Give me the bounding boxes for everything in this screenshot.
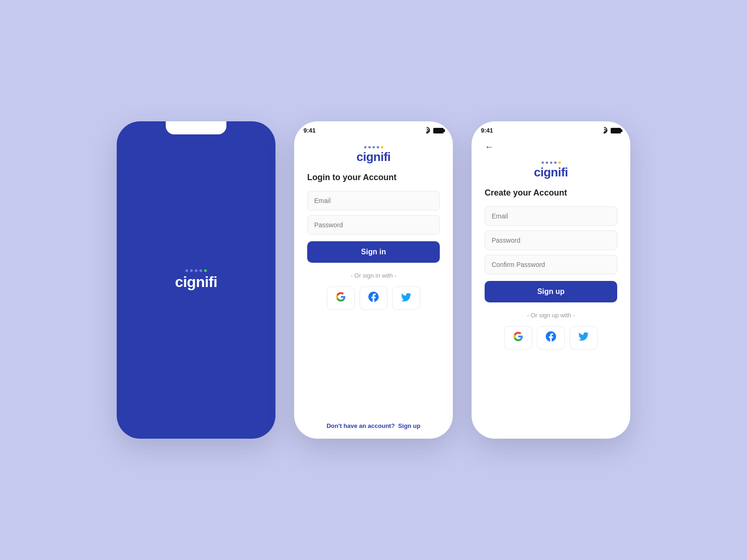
- splash-phone: cignifi: [117, 121, 275, 439]
- sign-up-button[interactable]: Sign up: [485, 281, 617, 302]
- login-logo: cignifi: [356, 146, 390, 164]
- login-status-bar: 9:41: [294, 121, 453, 137]
- twitter-login-button[interactable]: [392, 287, 420, 310]
- splash-content: cignifi: [117, 121, 275, 439]
- dot4: [199, 269, 202, 272]
- register-email-input[interactable]: [485, 206, 617, 226]
- login-logo-dots: [364, 146, 383, 148]
- login-title: Login to your Account: [307, 173, 440, 182]
- register-screen-content: ← cignifi Create your Account Sign up - …: [472, 137, 630, 439]
- splash-logo: cignifi: [175, 269, 218, 291]
- reg-dot2: [546, 161, 548, 164]
- sign-in-button[interactable]: Sign in: [307, 241, 440, 263]
- login-dot5-yellow: [381, 146, 383, 148]
- register-divider: - Or sign up with -: [485, 312, 617, 319]
- login-dot3: [373, 146, 375, 148]
- google-login-button[interactable]: [327, 287, 355, 310]
- google-register-icon: [513, 331, 523, 344]
- login-phone: 9:41 cignifi Login to your Account: [294, 121, 453, 439]
- login-divider: - Or sign in with -: [307, 272, 440, 279]
- splash-brand-name: cignifi: [175, 273, 218, 291]
- dot5-green: [204, 269, 207, 272]
- twitter-register-button[interactable]: [570, 326, 598, 350]
- reg-dot4: [554, 161, 557, 164]
- register-status-bar: 9:41: [472, 121, 630, 137]
- login-time: 9:41: [303, 127, 316, 134]
- login-footer-text: Don't have an account?: [326, 422, 395, 429]
- login-footer: Don't have an account? Sign up: [307, 418, 440, 429]
- google-icon: [336, 292, 346, 305]
- register-logo-container: cignifi: [485, 161, 617, 180]
- facebook-register-button[interactable]: [537, 326, 565, 350]
- dot3: [195, 269, 197, 272]
- twitter-icon: [401, 292, 411, 305]
- dot1: [185, 269, 188, 272]
- login-dot4: [377, 146, 379, 148]
- logo-dots-splash: [185, 269, 207, 272]
- facebook-login-button[interactable]: [359, 287, 388, 310]
- google-register-button[interactable]: [504, 326, 532, 350]
- reg-dot5-yellow: [558, 161, 561, 164]
- dot2: [190, 269, 193, 272]
- login-dot1: [364, 146, 366, 148]
- login-dot2: [368, 146, 371, 148]
- login-logo-container: cignifi: [307, 146, 440, 164]
- register-password-input[interactable]: [485, 231, 617, 250]
- login-battery-icon: [433, 128, 444, 133]
- twitter-register-icon: [578, 331, 589, 344]
- login-password-input[interactable]: [307, 215, 440, 235]
- reg-dot1: [542, 161, 544, 164]
- register-wifi-icon: [600, 128, 608, 133]
- facebook-register-icon: [546, 331, 556, 344]
- register-confirm-password-input[interactable]: [485, 255, 617, 274]
- register-time: 9:41: [481, 127, 493, 134]
- register-phone: 9:41 ← cignifi Create your Ac: [472, 121, 630, 439]
- notch: [166, 121, 226, 134]
- login-signup-link[interactable]: Sign up: [398, 422, 421, 429]
- login-brand-name: cignifi: [356, 150, 390, 164]
- register-social-buttons: [485, 326, 617, 350]
- register-logo-dots: [542, 161, 561, 164]
- facebook-icon: [368, 292, 379, 305]
- login-wifi-icon: [423, 128, 430, 133]
- register-logo: cignifi: [534, 161, 568, 180]
- login-social-buttons: [307, 287, 440, 310]
- register-brand-name: cignifi: [534, 165, 568, 180]
- back-button[interactable]: ←: [485, 141, 617, 152]
- register-battery-icon: [611, 128, 621, 133]
- register-status-icons: [600, 128, 621, 133]
- login-screen-content: cignifi Login to your Account Sign in - …: [294, 137, 453, 439]
- reg-dot3: [550, 161, 552, 164]
- register-title: Create your Account: [485, 188, 617, 198]
- login-email-input[interactable]: [307, 191, 440, 210]
- login-status-icons: [423, 128, 444, 133]
